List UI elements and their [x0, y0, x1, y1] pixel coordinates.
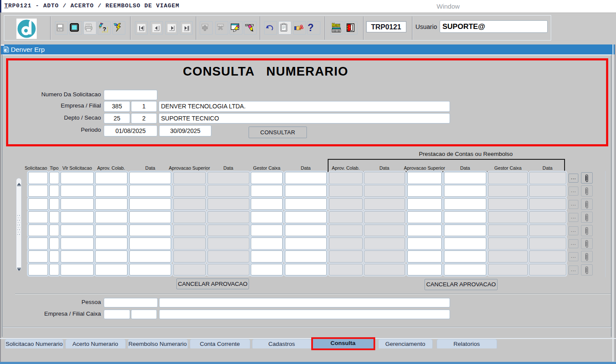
- svg-text:?: ?: [103, 26, 106, 32]
- svg-text:Menu: Menu: [332, 22, 340, 28]
